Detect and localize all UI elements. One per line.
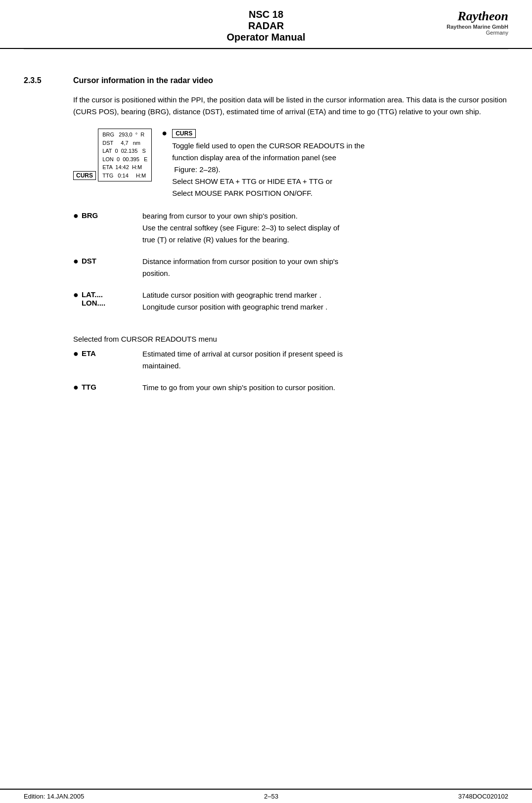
lat-lon-keys: LAT.... LON.... <box>82 290 105 307</box>
curs-bullet-item: ● CURS Toggle field used to open the CUR… <box>162 129 364 199</box>
title-line3: Operator Manual <box>123 32 409 43</box>
lat-desc: Latitude cursor position with geographic… <box>142 289 508 301</box>
section-title: Cursor information in the radar video <box>73 76 213 85</box>
curs-section: CURS BRG 293,0 ° R DST 4,7 nm LAT 0 02.1… <box>73 129 508 199</box>
title-line1: NSC 18 <box>123 9 409 20</box>
curs-info-display: BRG 293,0 ° R DST 4,7 nm LAT 0 02.135 S … <box>98 129 152 181</box>
dst-bullet-left: ● DST <box>73 256 142 266</box>
ttg-key: TTG <box>82 383 96 391</box>
bullet-dot-curs: ● <box>162 129 167 137</box>
section-heading: 2.3.5 Cursor information in the radar vi… <box>24 76 508 85</box>
curs-bullet-content: CURS Toggle field used to open the CURSO… <box>172 129 364 199</box>
curs-line-eta: ETA 14:42 H:M <box>102 163 147 172</box>
lat-lon-description: Latitude cursor position with geographic… <box>142 289 508 313</box>
brg-description: bearing from cursor to your own ship's p… <box>142 210 508 246</box>
section-number: 2.3.5 <box>24 76 53 85</box>
page-footer: Edition: 14.JAN.2005 2–53 3748DOC020102 <box>0 789 532 803</box>
lon-desc: Longitude cursor position with geographi… <box>142 301 508 313</box>
curs-description: Toggle field used to open the CURSOR REA… <box>172 140 364 199</box>
selected-header: Selected from CURSOR READOUTS menu <box>73 335 508 343</box>
eta-bullet: ● ETA Estimated time of arrival at curso… <box>73 348 508 372</box>
curs-line-lon: LON 0 00.395 E <box>102 155 147 164</box>
document-title: NSC 18 RADAR Operator Manual <box>123 9 409 43</box>
brand-subtitle: Raytheon Marine GmbH <box>409 24 508 30</box>
curs-label: CURS <box>73 171 96 180</box>
bullet-dot-brg: ● <box>73 211 79 220</box>
footer-edition: Edition: 14.JAN.2005 <box>24 793 84 800</box>
header-divider <box>24 49 508 49</box>
title-line2: RADAR <box>123 20 409 32</box>
bullet-dot-lat: ● <box>73 290 79 299</box>
footer-doc-number: 3748DOC020102 <box>458 793 508 800</box>
brand-block: Raytheon Raytheon Marine GmbH Germany <box>409 9 508 36</box>
footer-page: 2–53 <box>264 793 278 800</box>
lon-key: LON.... <box>82 299 105 307</box>
dst-key: DST <box>82 257 96 265</box>
dst-description: Distance information from cursor positio… <box>142 256 508 279</box>
lat-lon-bullet: ● LAT.... LON.... Latitude cursor positi… <box>73 289 508 313</box>
curs-line-ttg: TTG 0:14 H:M <box>102 172 147 180</box>
bullet-dot-eta: ● <box>73 349 79 358</box>
lat-bullet-left: ● LAT.... LON.... <box>73 289 142 307</box>
brand-country: Germany <box>409 30 508 36</box>
page-header: NSC 18 RADAR Operator Manual Raytheon Ra… <box>0 0 532 49</box>
lat-key: LAT.... <box>82 290 105 299</box>
ttg-description: Time to go from your own ship's position… <box>142 382 508 394</box>
curs-badge: CURS <box>172 129 196 138</box>
eta-description: Estimated time of arrival at cursor posi… <box>142 348 508 372</box>
brg-key: BRG <box>82 211 98 220</box>
main-content: 2.3.5 Cursor information in the radar vi… <box>0 61 532 418</box>
eta-bullet-left: ● ETA <box>73 348 142 358</box>
ttg-bullet-left: ● TTG <box>73 382 142 392</box>
curs-line-dst: DST 4,7 nm <box>102 139 147 147</box>
curs-line-lat: LAT 0 02.135 S <box>102 147 147 155</box>
curs-line-brg: BRG 293,0 ° R <box>102 131 147 139</box>
curs-display-box: CURS BRG 293,0 ° R DST 4,7 nm LAT 0 02.1… <box>73 129 152 199</box>
bullet-dot-ttg: ● <box>73 383 79 392</box>
brg-bullet: ● BRG bearing from cursor to your own sh… <box>73 210 508 246</box>
selected-section: Selected from CURSOR READOUTS menu ● ETA… <box>73 335 508 394</box>
intro-paragraph: If the cursor is positioned within the P… <box>73 94 508 118</box>
eta-key: ETA <box>82 349 96 357</box>
bullet-dot-dst: ● <box>73 257 79 266</box>
brg-bullet-left: ● BRG <box>73 210 142 220</box>
raytheon-logo: Raytheon <box>409 9 508 24</box>
ttg-bullet: ● TTG Time to go from your own ship's po… <box>73 382 508 394</box>
dst-bullet: ● DST Distance information from cursor p… <box>73 256 508 279</box>
